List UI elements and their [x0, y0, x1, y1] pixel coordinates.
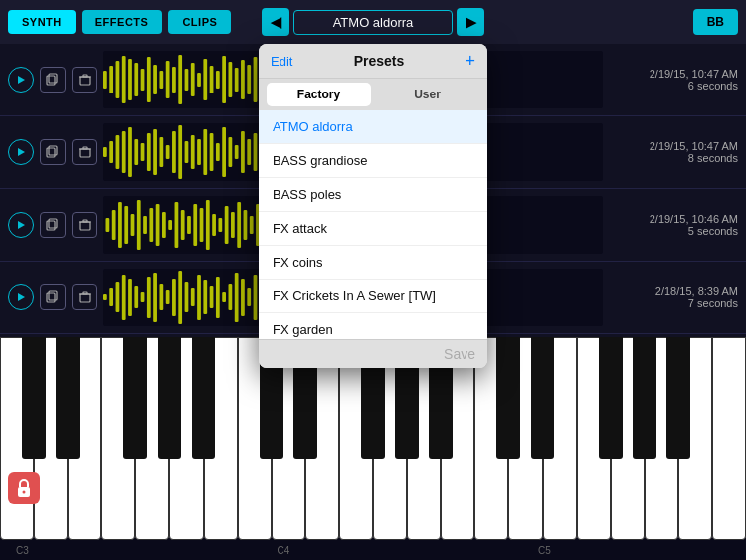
tab-bar: Factory User — [259, 79, 487, 110]
black-key[interactable] — [22, 337, 46, 459]
black-key[interactable] — [633, 337, 656, 459]
key-label: C3 — [16, 545, 29, 556]
edit-button[interactable]: Edit — [271, 54, 292, 69]
preset-item[interactable]: FX coins — [259, 246, 487, 280]
preset-modal: Edit Presets + Factory User ATMO aldorra… — [259, 44, 487, 368]
black-key[interactable] — [531, 337, 555, 459]
tab-factory[interactable]: Factory — [267, 83, 371, 106]
black-key[interactable] — [158, 337, 182, 459]
key-labels: C3C4C5 — [0, 540, 746, 560]
black-key[interactable] — [192, 337, 216, 459]
black-key[interactable] — [496, 337, 520, 459]
key-label: C4 — [278, 545, 290, 556]
keyboard-area: C3C4C5 — [0, 337, 746, 560]
preset-item[interactable]: BASS grandiose — [259, 144, 487, 178]
tab-user[interactable]: User — [375, 83, 479, 106]
preset-list: ATMO aldorraBASS grandioseBASS polesFX a… — [259, 110, 487, 339]
svg-point-185 — [23, 491, 26, 494]
save-button[interactable]: Save — [444, 346, 475, 362]
main-area: 2/19/15, 10:47 AM 6 seconds — [0, 44, 746, 337]
black-key[interactable] — [123, 337, 147, 459]
preset-item[interactable]: BASS poles — [259, 178, 487, 212]
modal-overlay: Edit Presets + Factory User ATMO aldorra… — [0, 0, 746, 337]
modal-title: Presets — [292, 53, 465, 69]
black-key[interactable] — [599, 337, 623, 459]
preset-item[interactable]: FX attack — [259, 212, 487, 246]
preset-item[interactable]: FX Crickets In A Sewer [TW] — [259, 280, 487, 313]
preset-item[interactable]: FX garden — [259, 313, 487, 339]
black-key[interactable] — [56, 337, 80, 459]
add-preset-button[interactable]: + — [465, 52, 475, 70]
preset-item[interactable]: ATMO aldorra — [259, 110, 487, 144]
white-key[interactable] — [712, 337, 746, 540]
black-key[interactable] — [666, 337, 690, 459]
lock-button[interactable] — [8, 472, 40, 504]
modal-footer: Save — [259, 339, 487, 368]
key-label: C5 — [538, 545, 551, 556]
modal-header: Edit Presets + — [259, 44, 487, 79]
